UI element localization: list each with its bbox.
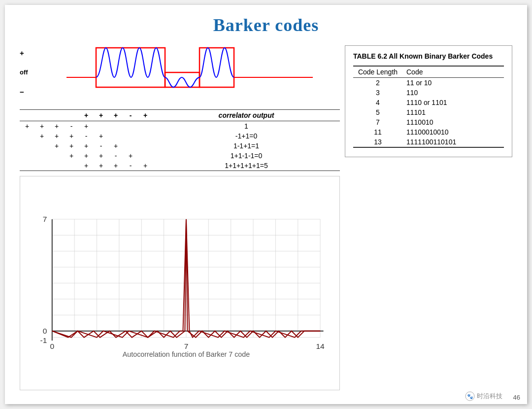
cell: +: [94, 151, 108, 161]
svg-text:14: 14: [316, 342, 325, 350]
cell: [49, 161, 64, 170]
table-row: 41110 or 1101: [353, 98, 504, 107]
cell: [123, 141, 138, 151]
waveform-off-label: off: [20, 68, 28, 76]
table-footer-row: [353, 147, 504, 151]
cell: [138, 131, 153, 141]
right-section: TABLE 6.2 All Known Binary Barker Codes …: [345, 40, 512, 390]
chart-container: 7 0 -1 0 7 14 Autocorrelation function o…: [20, 176, 340, 390]
cell: +: [34, 121, 49, 132]
cell: [94, 121, 108, 132]
barker-table-box: TABLE 6.2 All Known Binary Barker Codes …: [345, 45, 512, 157]
header-chip-5: +: [79, 110, 94, 121]
cell: [138, 141, 153, 151]
cell: [20, 151, 34, 161]
cell: [20, 161, 34, 170]
waveform-plus-label: +: [20, 49, 28, 57]
cell: +: [79, 141, 94, 151]
cell: +: [123, 151, 138, 161]
cell-code: 1111100110101: [402, 137, 504, 147]
cell: [34, 151, 49, 161]
table-row: 1111100010010: [353, 127, 504, 137]
table-row: 71110010: [353, 117, 504, 127]
cell: [34, 141, 49, 151]
cell: +: [138, 161, 153, 170]
table-row: + + + - + -1+1=0: [20, 131, 340, 141]
svg-text:-1: -1: [40, 336, 47, 344]
cell: [49, 151, 64, 161]
header-chip-7: +: [108, 110, 123, 121]
correlator-header-row: + + + - + correlator output: [20, 110, 340, 121]
cell: [108, 131, 123, 141]
header-chip-8: -: [123, 110, 138, 121]
cell: +: [64, 141, 79, 151]
cell: 1+1+1+1+1=5: [153, 161, 340, 170]
svg-text:0: 0: [50, 342, 54, 350]
cell: -: [94, 141, 108, 151]
cell-code: 1110010: [402, 117, 504, 127]
waveform-diagram: + off −: [20, 40, 340, 104]
cell-length: 11: [353, 127, 402, 137]
cell: [108, 121, 123, 132]
cell: +: [79, 161, 94, 170]
cell: 1-1+1=1: [153, 141, 340, 151]
watermark: 🐾 时沿科技: [465, 391, 502, 401]
header-chip-2: [34, 110, 49, 121]
cell: -: [64, 121, 79, 132]
correlator-table-container: + + + - + correlator output + + +: [20, 109, 340, 171]
cell: [64, 161, 79, 170]
cell: +: [79, 121, 94, 132]
waveform-labels: + off −: [20, 40, 28, 104]
svg-text:🐾: 🐾: [467, 393, 473, 400]
header-chip-9: +: [138, 110, 153, 121]
cell: +: [94, 161, 108, 170]
table-footer-line: [353, 147, 504, 151]
cell-length: 3: [353, 88, 402, 98]
svg-text:0: 0: [43, 327, 47, 335]
cell: +: [108, 161, 123, 170]
table-header-row: Code Length Code: [353, 66, 504, 78]
svg-text:7: 7: [184, 342, 189, 350]
cell: 1+1-1-1=0: [153, 151, 340, 161]
cell: [123, 131, 138, 141]
page-number: 46: [513, 394, 520, 401]
cell: [20, 131, 34, 141]
cell: 1: [153, 121, 340, 132]
cell-code: 11 or 10: [402, 77, 504, 88]
cell-code: 11101: [402, 107, 504, 117]
slide: Barker codes + off −: [5, 5, 527, 404]
cell-code: 1110 or 1101: [402, 98, 504, 107]
cell-length: 2: [353, 77, 402, 88]
table-row: 211 or 10: [353, 77, 504, 88]
header-chip-1: [20, 110, 34, 121]
svg-rect-0: [96, 48, 165, 87]
table-row: + + + - + 1-1+1=1: [20, 141, 340, 151]
slide-title: Barker codes: [20, 15, 512, 35]
table-row: 3110: [353, 88, 504, 98]
svg-text:7: 7: [43, 215, 47, 223]
svg-text:Autocorrelation function of Ba: Autocorrelation function of Barker 7 cod…: [123, 350, 250, 358]
col-header-code: Code: [402, 66, 504, 78]
cell: +: [49, 121, 64, 132]
table-row: 131111100110101: [353, 137, 504, 147]
cell: +: [34, 131, 49, 141]
cell-length: 5: [353, 107, 402, 117]
cell: [138, 151, 153, 161]
cell: +: [94, 131, 108, 141]
table-row: + + + - + 1+1-1-1=0: [20, 151, 340, 161]
cell: -: [79, 131, 94, 141]
cell: +: [108, 141, 123, 151]
svg-rect-2: [200, 48, 234, 87]
watermark-text: 时沿科技: [477, 392, 502, 401]
cell: +: [79, 151, 94, 161]
left-section: + off −: [20, 40, 340, 390]
cell-code: 11100010010: [402, 127, 504, 137]
barker-table-title: TABLE 6.2 All Known Binary Barker Codes: [353, 52, 504, 62]
cell: [34, 161, 49, 170]
col-header-length: Code Length: [353, 66, 402, 78]
cell: +: [49, 141, 64, 151]
cell-length: 7: [353, 117, 402, 127]
table-row: 511101: [353, 107, 504, 117]
cell: -: [108, 151, 123, 161]
table-row: + + + - + 1+1+1+1+1=5: [20, 161, 340, 170]
